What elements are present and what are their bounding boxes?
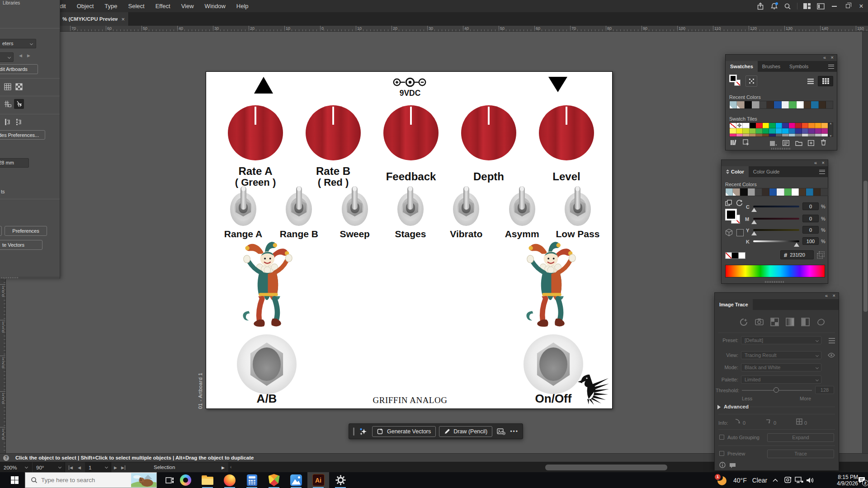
switch-label[interactable]: Asymm [505,229,539,239]
swatch-tile[interactable] [763,123,769,128]
value-k[interactable]: 100 [802,237,819,245]
workspace-switcher-icon[interactable] [800,0,814,12]
weather-icon[interactable]: 1 [716,472,728,488]
close-button[interactable]: × [854,0,868,12]
footswitch-onoff-label[interactable]: On/Off [526,392,580,406]
menu-item[interactable]: dit [59,0,71,12]
prev-artboard-icon[interactable]: ◀ [78,465,81,470]
search-input[interactable] [41,477,123,483]
swatch-tile[interactable] [815,128,822,134]
swatch-tile[interactable] [795,134,802,137]
menu-item[interactable]: Object [71,0,99,12]
swatch-tile[interactable] [763,128,769,134]
recent-color-swatch[interactable] [737,101,744,108]
next-arrow-icon[interactable]: ▶ [27,53,30,58]
color-mode-cube-icon[interactable] [725,229,733,238]
swatch-tile[interactable] [743,123,750,128]
threshold-slider-thumb[interactable] [774,387,779,393]
recent-color-swatch[interactable] [752,101,759,108]
partial-button[interactable] [0,226,2,236]
vertical-scrollbar[interactable] [862,32,868,453]
swatch-options-icon[interactable] [783,140,789,148]
recent-color-swatch[interactable] [745,101,752,108]
grayscale-preset-icon[interactable] [786,318,794,328]
recent-color-swatch[interactable] [730,101,737,108]
generate-vectors-button[interactable]: Generate Vectors [372,426,436,437]
footswitch-ab[interactable] [237,334,297,394]
swatch-tile[interactable] [782,134,789,137]
swatch-tile[interactable] [795,123,802,128]
value-y[interactable]: 0 [802,226,819,234]
knob-label[interactable]: Depth [473,171,504,183]
knob-graphic[interactable] [228,105,283,160]
swatch-tile[interactable] [808,123,815,128]
jester-image-right[interactable] [521,239,583,335]
generate-vectors-panel-button[interactable]: te Vectors [0,240,42,250]
palette-dropdown[interactable]: Limited [741,375,821,384]
close-panel-icon[interactable]: × [822,160,825,166]
knob-label[interactable]: Level [552,171,580,183]
collapse-panel-icon[interactable]: « [814,160,817,166]
swatch-tile[interactable] [802,123,809,128]
feedback-icon[interactable] [729,462,736,470]
taskbar-search[interactable] [25,472,157,488]
swatch-tile[interactable] [802,134,809,137]
restore-button[interactable] [841,0,854,12]
swatch-tile[interactable] [782,128,789,134]
swatch-tile[interactable] [789,128,796,134]
recent-color-swatch[interactable] [740,188,747,196]
invert-icon[interactable] [736,200,743,208]
swatch-tile[interactable] [756,134,763,137]
advanced-expander-icon[interactable] [717,405,721,409]
guides-preferences-button[interactable]: Guides Preferences... [0,130,45,140]
swatch-tile[interactable] [763,134,769,137]
slider-k[interactable] [753,240,799,242]
knob-label[interactable]: Feedback [386,171,436,183]
swatch-tile[interactable] [815,134,822,137]
swatch-tile[interactable] [743,134,750,137]
swatch-libraries-icon[interactable] [730,139,737,147]
menu-item[interactable]: Type [99,0,123,12]
last-artboard-icon[interactable]: ▶ [121,465,125,470]
collapse-panel-icon[interactable]: « [825,293,828,299]
knob-graphic[interactable] [539,105,594,160]
up-triangle-graphic[interactable] [254,77,273,94]
preset-menu-icon[interactable] [829,337,835,345]
toggle-switch-graphic[interactable] [453,192,480,226]
swatch-tile[interactable] [730,128,736,134]
low-color-preset-icon[interactable] [770,318,779,328]
brand-text[interactable]: GRIFFIN ANALOG [351,395,469,405]
swatch-tile[interactable] [789,134,796,137]
panel-menu-icon[interactable] [819,170,825,174]
file-explorer-icon[interactable] [197,472,218,488]
preview-checkbox[interactable] [719,451,724,456]
switch-label[interactable]: Range B [280,229,318,239]
artboard-number-dropdown[interactable]: 1 [85,462,111,473]
show-grid-icon[interactable] [3,82,13,92]
tab-symbols[interactable]: Symbols [785,61,813,72]
next-artboard-icon[interactable]: ▶ [114,465,117,470]
notification-center-icon[interactable]: 2 [858,472,867,488]
slider-y-thumb[interactable] [751,231,757,235]
menu-item[interactable]: Effect [150,0,176,12]
preset-dropdown[interactable]: [Default] [741,336,821,344]
swatch-tile[interactable] [750,134,756,137]
swatch-tile[interactable] [782,123,789,128]
panel-menu-icon[interactable] [828,65,834,69]
recent-color-swatch[interactable] [813,188,821,196]
toggle-switch-graphic[interactable] [230,192,257,226]
calculator-icon[interactable] [241,472,263,488]
preferences-button[interactable]: Preferences [5,226,47,236]
switch-label[interactable]: Stages [395,229,426,239]
ai-sparkle-icon[interactable] [358,426,369,437]
recent-color-swatch[interactable] [767,101,774,108]
share-icon[interactable] [754,0,767,12]
toggle-switch-graphic[interactable] [397,192,424,226]
search-icon[interactable] [781,0,794,12]
image-options-icon[interactable] [495,426,507,437]
tiles-scrollbar[interactable]: ▲ ▼ [828,122,833,137]
swatch-tile[interactable] [808,134,815,137]
recent-color-swatch[interactable] [811,101,818,108]
knob-sublabel[interactable]: ( Red ) [318,177,349,188]
help-icon[interactable]: ? [3,455,9,461]
